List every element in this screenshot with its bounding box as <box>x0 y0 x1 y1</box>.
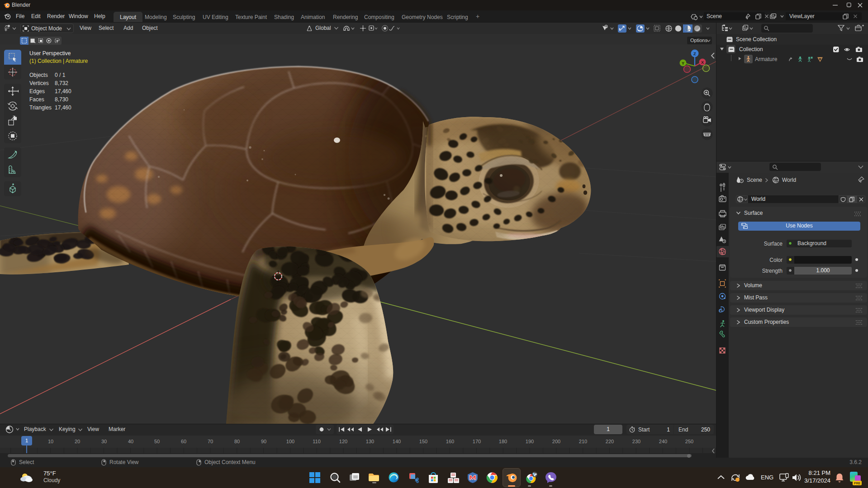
svg-text:Z: Z <box>693 51 696 56</box>
svg-text:PRE: PRE <box>854 482 861 485</box>
svg-text:X: X <box>701 60 704 65</box>
svg-text:Y: Y <box>682 61 684 66</box>
